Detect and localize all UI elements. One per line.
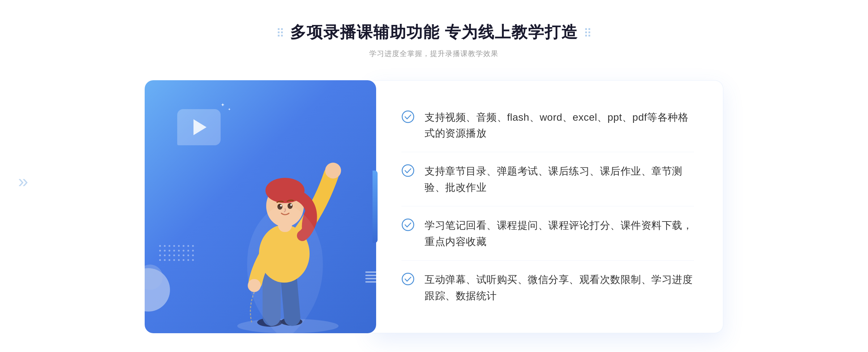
title-decoration-right xyxy=(585,28,590,37)
svg-point-18 xyxy=(402,219,414,231)
feature-item-4: 互动弹幕、试听购买、微信分享、观看次数限制、学习进度跟踪、数据统计 xyxy=(401,262,694,314)
illustration-card: ✦ ✦ xyxy=(145,80,376,333)
illustration-dots xyxy=(159,245,194,261)
svg-point-17 xyxy=(402,165,414,176)
play-icon xyxy=(193,119,207,135)
feature-item-2: 支持章节目录、弹题考试、课后练习、课后作业、章节测验、批改作业 xyxy=(401,153,694,206)
sub-title: 学习进度全掌握，提升录播课教学效果 xyxy=(278,49,590,59)
header-section: 多项录播课辅助功能 专为线上教学打造 学习进度全掌握，提升录播课教学效果 xyxy=(278,22,590,59)
person-figure xyxy=(219,124,357,333)
svg-point-19 xyxy=(402,273,414,285)
sparkle-2: ✦ xyxy=(228,107,231,111)
lines-decoration xyxy=(365,271,376,283)
check-icon-4 xyxy=(401,272,414,286)
feature-text-1: 支持视频、音频、flash、word、excel、ppt、pdf等各种格式的资源… xyxy=(425,110,694,142)
feature-text-4: 互动弹幕、试听购买、微信分享、观看次数限制、学习进度跟踪、数据统计 xyxy=(425,272,694,304)
svg-point-16 xyxy=(402,111,414,123)
content-area: ✦ ✦ xyxy=(145,80,723,333)
svg-point-6 xyxy=(325,163,341,179)
check-icon-2 xyxy=(401,164,414,177)
features-card: 支持视频、音频、flash、word、excel、ppt、pdf等各种格式的资源… xyxy=(373,80,723,333)
main-title: 多项录播课辅助功能 专为线上教学打造 xyxy=(290,22,578,43)
title-decoration-left xyxy=(278,28,283,37)
check-icon-3 xyxy=(401,218,414,231)
sparkle-1: ✦ xyxy=(221,102,225,108)
page-container: » 多项录播课辅助功能 专为线上教学打造 xyxy=(0,0,868,352)
left-chevron-decoration: » xyxy=(18,171,28,192)
check-icon-1 xyxy=(401,110,414,123)
feature-text-3: 学习笔记回看、课程提问、课程评论打分、课件资料下载，重点内容收藏 xyxy=(425,218,694,250)
blue-tab-divider xyxy=(373,171,378,243)
title-row: 多项录播课辅助功能 专为线上教学打造 xyxy=(278,22,590,43)
feature-text-2: 支持章节目录、弹题考试、课后练习、课后作业、章节测验、批改作业 xyxy=(425,163,694,196)
play-bubble xyxy=(177,109,221,145)
feature-item-1: 支持视频、音频、flash、word、excel、ppt、pdf等各种格式的资源… xyxy=(401,99,694,153)
feature-item-3: 学习笔记回看、课程提问、课程评论打分、课件资料下载，重点内容收藏 xyxy=(401,207,694,261)
